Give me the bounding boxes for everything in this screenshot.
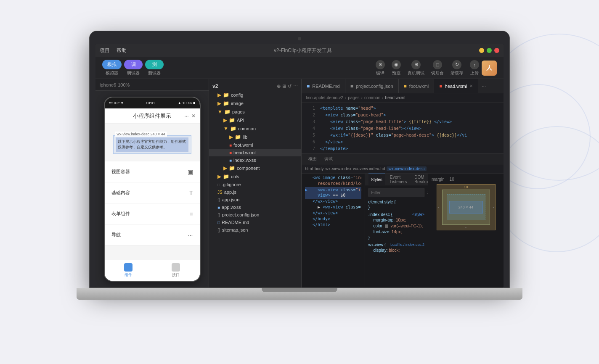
file-icon-projectjson: {} [217, 213, 220, 217]
tree-icon-2[interactable]: ⊞ [282, 84, 286, 89]
tree-label-head: head.wxml [233, 150, 256, 155]
real-debug-icon: ⊞ [411, 60, 421, 69]
tree-item-common[interactable]: ▼ 📁 common [209, 124, 301, 133]
laptop-screen: 项目 帮助 v2-FinClip小程序开发工具 模拟 模拟器 调 [95, 44, 504, 288]
compile-btn[interactable]: ⊙ 编译 [376, 60, 385, 76]
tree-item-head-wxml[interactable]: ■ head.wxml [209, 149, 301, 156]
tree-icon-4[interactable]: ⋯ [293, 84, 298, 89]
real-debug-label: 真机调试 [408, 70, 424, 76]
tab-foot-wxml[interactable]: ■ foot.wxml [399, 79, 435, 93]
devtools-tab-debug[interactable]: 调试 [321, 153, 336, 164]
upload-icon: ↑ [470, 60, 479, 69]
window-close-btn[interactable] [494, 48, 499, 53]
test-btn[interactable]: 测 [145, 60, 164, 69]
ide-main: iphone6 100% ••• IDE ▾ 10:01 ▲ 100% ■ [95, 79, 504, 288]
folder-expand-api: ▶ [223, 117, 227, 123]
list-item: 表单组件 ≡ [105, 203, 200, 224]
style-rule-wx-view: wx-view { localfile:/.index.css:2 displa… [368, 243, 425, 254]
breadcrumb-part-1: pages [348, 95, 359, 100]
code-editor[interactable]: 1 <template name="head"> 2 <view [302, 103, 504, 153]
tree-item-readme[interactable]: □ README.md [209, 219, 301, 226]
tree-icon-3[interactable]: ↺ [288, 84, 292, 89]
bottom-line-4: </wx-view> [305, 199, 361, 205]
bottom-line-5: ▶ <wx-view class="index-bd" >_</wx-view> [305, 205, 361, 211]
line-num-5: 5 [303, 133, 315, 137]
folder-icon: ▶ [217, 92, 221, 98]
tree-item-image[interactable]: ▶ 📁 image [209, 99, 301, 108]
file-icon-wxss: ■ [229, 158, 232, 163]
bottom-code: <wx-image class="index-logo" src="../res… [302, 174, 365, 288]
line-num-1: 1 [303, 106, 315, 111]
menu-project[interactable]: 项目 [100, 47, 110, 54]
tree-item-lib[interactable]: ▶ 📁 lib [209, 133, 301, 141]
tree-item-component[interactable]: ▶ 📁 component [209, 164, 301, 172]
user-avatar[interactable]: 人 [482, 61, 497, 76]
styles-tab-styles[interactable]: Styles [368, 174, 385, 185]
nav-item-component[interactable]: 组件 [124, 263, 133, 278]
html-view: <wx-image class="index-logo" src="../res… [302, 174, 365, 288]
menu-help[interactable]: 帮助 [117, 47, 127, 54]
tree-item-projectjson[interactable]: {} project.config.json [209, 211, 301, 219]
file-icon-appjson: {} [217, 198, 220, 202]
toolbar-icons: ⊙ 编译 ◉ 预览 ⊞ 真机调试 □ 切后台 [376, 60, 479, 76]
styles-tab-dom[interactable]: DOM Breakpoints [412, 174, 428, 185]
tree-item-sitemap[interactable]: {} sitemap.json [209, 226, 301, 234]
box-model-label-margin: margin [432, 177, 445, 182]
highlight-label: wx-view.index-desc 240 × 44 [115, 132, 167, 137]
tree-item-appjson[interactable]: {} app.json [209, 196, 301, 203]
nav-item-api[interactable]: 接口 [172, 263, 180, 278]
color-dot [385, 224, 388, 228]
tree-item-appwxss[interactable]: ■ app.wxss [209, 203, 301, 211]
bottom-line-2: ▶ <wx-view class="index-desc" >以下展示小程序官方… [305, 187, 361, 193]
breadcrumb-html[interactable]: html [305, 166, 313, 171]
breadcrumb-desc[interactable]: wx-view.index-desc [387, 166, 426, 171]
tree-item-api[interactable]: ▶ 📁 API [209, 116, 301, 124]
box-margin-top-val: 10 [464, 185, 468, 189]
tab-readme[interactable]: ■ README.md [302, 79, 345, 93]
clear-cache-btn[interactable]: ↻ 清缓存 [451, 60, 463, 76]
breadcrumb-hd[interactable]: wx-view.index-hd [353, 166, 385, 171]
tab-head-wxml[interactable]: ■ head.wxml ✕ [434, 79, 478, 93]
preview-btn[interactable]: ◉ 预览 [392, 60, 401, 76]
tree-item-config[interactable]: ▶ 📁 config [209, 91, 301, 99]
styles-filter-input[interactable] [371, 190, 425, 195]
tree-item-index-wxss[interactable]: ■ index.wxss [209, 156, 301, 164]
styles-tab-events[interactable]: Event Listeners [387, 174, 410, 185]
tree-item-utils[interactable]: ▶ 📁 utils [209, 172, 301, 181]
breadcrumb-index[interactable]: wx-view.index [326, 166, 352, 171]
tree-item-appjs[interactable]: JS app.js [209, 188, 301, 196]
style-prop-font-size: font-size: 14px; [368, 229, 425, 235]
tree-icon-1[interactable]: ⊕ [277, 84, 281, 89]
tree-item-pages[interactable]: ▼ 📁 pages [209, 108, 301, 116]
style-rule-element: element.style { } [368, 200, 425, 210]
devtools-tabs: 概图 调试 [302, 153, 504, 164]
tree-label-api: API [237, 118, 244, 123]
debug-btn[interactable]: 调 [124, 60, 143, 69]
devtools-tab-sources[interactable]: 概图 [305, 153, 320, 164]
tabs-more-btn[interactable]: ··· [478, 83, 489, 89]
window-controls [479, 48, 499, 53]
debug-btn-group[interactable]: 调 调试器 [124, 60, 143, 76]
upload-btn[interactable]: ↑ 上传 [470, 60, 479, 76]
tab-project-config[interactable]: ■ project.config.json [345, 79, 399, 93]
preview-label: 预览 [392, 70, 400, 76]
test-btn-group[interactable]: 测 测试器 [145, 60, 164, 76]
window-maximize-btn[interactable] [487, 48, 492, 53]
background-btn[interactable]: □ 切后台 [431, 60, 444, 76]
simulate-btn-group[interactable]: 模拟 模拟器 [102, 60, 122, 76]
real-debug-btn[interactable]: ⊞ 真机调试 [408, 60, 424, 76]
style-source-index-desc[interactable]: <style> [412, 212, 424, 216]
status-time: 10:01 [146, 101, 155, 105]
simulate-btn[interactable]: 模拟 [102, 60, 122, 69]
tree-item-foot-wxml[interactable]: ■ foot.wxml [209, 141, 301, 149]
folder-icon-component: 📁 [229, 165, 235, 171]
file-icon-foot: ■ [229, 143, 232, 148]
nav-label-component: 组件 [125, 272, 132, 278]
tab-close-head[interactable]: ✕ [469, 84, 473, 88]
breadcrumb-body[interactable]: body [315, 166, 324, 171]
style-selector-index-desc: .index-desc { <style> [368, 212, 425, 217]
style-source-wx-view[interactable]: localfile:/.index.css:2 [390, 243, 424, 247]
window-minimize-btn[interactable] [479, 48, 484, 53]
tree-item-gitignore[interactable]: □ .gitignore [209, 181, 301, 188]
folder-expand-common: ▼ [223, 126, 228, 132]
